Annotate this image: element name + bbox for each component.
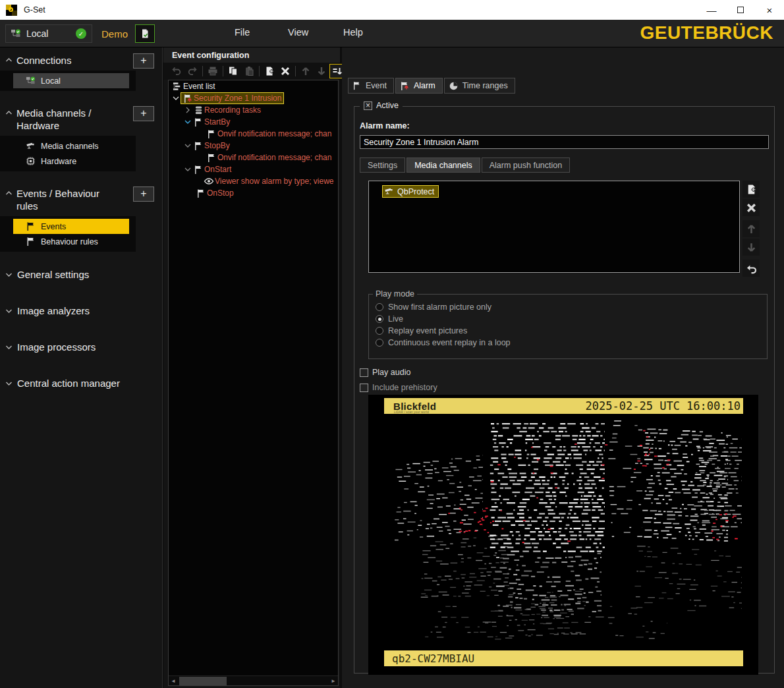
delete-event-button[interactable] xyxy=(277,64,293,78)
chevron-up-icon xyxy=(5,57,13,63)
include-prehistory-checkbox[interactable]: × xyxy=(360,384,368,392)
horizontal-scrollbar[interactable]: ◄ ► xyxy=(169,675,338,685)
channel-up-button[interactable] xyxy=(742,220,760,237)
event-configuration-panel: Event configuration Event list xyxy=(163,47,340,688)
revert-button[interactable] xyxy=(742,260,760,277)
section-image-analyzers[interactable]: Image analyzers xyxy=(0,297,162,324)
remove-channel-button[interactable] xyxy=(742,199,760,216)
tree-item[interactable]: StartBy xyxy=(169,116,338,128)
sidebar-item-events[interactable]: Events xyxy=(13,219,129,234)
chevron-down-icon xyxy=(5,345,13,350)
tab-alarm[interactable]: Alarm xyxy=(395,78,443,94)
list-button-column xyxy=(742,181,760,277)
radio-show-first[interactable]: Show first alarm picture only xyxy=(376,301,767,313)
subtab-media-channels[interactable]: Media channels xyxy=(406,158,480,173)
radio-icon[interactable] xyxy=(376,303,383,311)
tree-item[interactable]: StopBy xyxy=(169,140,338,152)
tree-item[interactable]: Viewer show alarm by type; viewe xyxy=(169,175,338,187)
radio-continuous[interactable]: Continuous event replay in a loop xyxy=(376,337,767,349)
copy-button[interactable] xyxy=(225,64,241,78)
radio-icon[interactable] xyxy=(376,339,383,347)
tree-item[interactable]: Onvif notification message; chan xyxy=(169,128,338,140)
add-media-button[interactable]: + xyxy=(133,106,154,121)
tree-item[interactable]: OnStart xyxy=(169,163,338,175)
chevron-down-icon xyxy=(5,272,13,277)
add-channel-button[interactable] xyxy=(742,181,760,198)
tree-item[interactable]: Onvif notification message; chan xyxy=(169,152,338,163)
panel-title: Event configuration xyxy=(163,47,340,63)
print-button[interactable] xyxy=(205,64,221,78)
app-icon xyxy=(6,5,17,16)
alarm-flag-icon xyxy=(400,81,410,91)
add-event-button[interactable] xyxy=(262,64,277,78)
tree-item[interactable]: Recording tasks xyxy=(169,104,338,116)
video-preview: Blickfeld LiDAR / scan your world 2025-0… xyxy=(368,395,758,675)
add-connection-button[interactable]: + xyxy=(133,53,154,69)
menu-view[interactable]: View xyxy=(288,27,308,38)
sidebar-item-local[interactable]: Local xyxy=(13,73,129,88)
subtab-settings[interactable]: Settings xyxy=(360,158,405,173)
scroll-left-icon[interactable]: ◄ xyxy=(169,676,178,686)
move-down-button[interactable] xyxy=(314,64,329,78)
section-media-hardware[interactable]: Media channels / Hardware + xyxy=(0,100,162,136)
minimize-button[interactable]: — xyxy=(697,0,726,20)
include-prehistory-row[interactable]: × Include prehistory xyxy=(360,383,769,392)
section-connections[interactable]: Connections + xyxy=(0,47,162,71)
alarm-name-input[interactable] xyxy=(360,135,769,149)
section-general-settings[interactable]: General settings xyxy=(0,261,162,288)
close-button[interactable]: × xyxy=(755,0,784,20)
chevron-down-icon[interactable] xyxy=(171,96,181,101)
video-timestamp: 2025-02-25 UTC 16:00:10 xyxy=(586,399,741,413)
blickfeld-logo: Blickfeld xyxy=(393,401,436,412)
workstation-check-icon xyxy=(25,76,36,86)
tab-event[interactable]: Event xyxy=(348,78,394,94)
tab-time-ranges[interactable]: Time ranges xyxy=(444,78,515,94)
undo-button[interactable] xyxy=(169,64,184,78)
play-audio-row[interactable]: × Play audio xyxy=(360,368,769,377)
tree-item-selected[interactable]: Security Zone 1 Intrusion xyxy=(169,92,338,104)
paste-button[interactable] xyxy=(241,64,257,78)
flag-icon xyxy=(25,221,36,232)
chevron-down-icon[interactable] xyxy=(183,167,192,172)
scrollbar-thumb[interactable] xyxy=(179,677,227,685)
radio-icon[interactable] xyxy=(376,327,383,335)
sidebar-item-media-channels[interactable]: Media channels xyxy=(13,138,129,154)
section-central-action-manager[interactable]: Central action manager xyxy=(0,370,162,397)
add-event-button[interactable]: + xyxy=(133,186,154,202)
play-mode-legend: Play mode xyxy=(373,289,417,299)
list-item-qbprotect[interactable]: QbProtect xyxy=(382,185,439,198)
workstation-icon xyxy=(11,28,21,39)
tree-item[interactable]: OnStop xyxy=(169,187,338,199)
recording-tasks-icon xyxy=(192,105,204,115)
section-image-processors[interactable]: Image processors xyxy=(0,333,162,360)
menu-help[interactable]: Help xyxy=(343,27,363,38)
flag-icon xyxy=(352,81,362,90)
section-events-rules[interactable]: Events / Behaviour rules + xyxy=(0,181,162,216)
flag-icon xyxy=(192,117,204,127)
sidebar-item-behaviour-rules[interactable]: Behaviour rules xyxy=(13,234,129,249)
radio-icon[interactable] xyxy=(376,315,383,323)
apply-config-button[interactable] xyxy=(135,24,155,43)
redo-button[interactable] xyxy=(184,64,200,78)
detail-panel: Event Alarm Time ranges × Active Alarm n… xyxy=(342,47,784,688)
tree-root[interactable]: Event list xyxy=(169,80,338,92)
play-audio-checkbox[interactable]: × xyxy=(360,368,368,377)
subtab-alarm-push-function[interactable]: Alarm push function xyxy=(482,158,570,173)
chevron-right-icon[interactable] xyxy=(183,107,192,113)
scroll-right-icon[interactable]: ► xyxy=(329,676,338,686)
maximize-button[interactable] xyxy=(726,0,755,20)
alarm-flag-icon xyxy=(182,94,194,103)
menu-file[interactable]: File xyxy=(235,27,250,38)
connection-selector[interactable]: Local ✓ xyxy=(5,24,92,43)
channel-down-button[interactable] xyxy=(742,239,760,256)
active-checkbox[interactable]: × xyxy=(364,101,372,110)
move-up-button[interactable] xyxy=(298,64,314,78)
radio-replay[interactable]: Replay event pictures xyxy=(376,325,767,337)
radio-live[interactable]: Live xyxy=(376,313,767,325)
media-channel-list[interactable]: QbProtect xyxy=(368,181,740,273)
chevron-down-icon[interactable] xyxy=(183,119,192,125)
sidebar-item-hardware[interactable]: Hardware xyxy=(13,154,129,169)
alarm-subtabs: Settings Media channels Alarm push funct… xyxy=(360,158,769,173)
alarm-name-label: Alarm name: xyxy=(360,121,769,130)
chevron-down-icon[interactable] xyxy=(183,143,192,148)
